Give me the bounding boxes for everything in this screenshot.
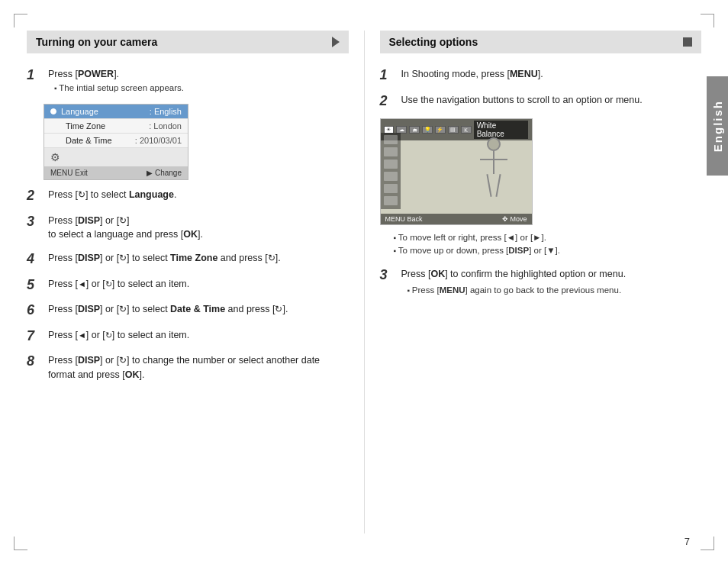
step-4-content: Press [DISP] or [↻] to select Time Zone …: [48, 251, 349, 266]
mode-sidebar: [381, 133, 401, 209]
right-step-2-num: 2: [380, 93, 397, 110]
step-4: 4 Press [DISP] or [↻] to select Time Zon…: [27, 251, 349, 268]
mode-icon-7: K: [461, 126, 472, 134]
right-step-3: 3 Press [OK] to confirm the highlighted …: [380, 267, 702, 298]
mode-sidebar-icon-1: [384, 135, 398, 144]
mode-sidebar-icon-3: [384, 160, 398, 169]
corner-mark-tl: [14, 14, 27, 27]
cam-footer-left: MENU Exit: [50, 169, 88, 177]
right-step-2: 2 Use the navigation buttons to scroll t…: [380, 93, 702, 110]
square-icon: [683, 37, 692, 47]
step-1-sub: The intial setup screen appears.: [54, 82, 349, 95]
right-step-1-num: 1: [380, 67, 397, 84]
right-step-3-content: Press [OK] to confirm the highlighted op…: [401, 267, 702, 298]
right-step-2-content: Use the navigation buttons to scroll to …: [401, 93, 702, 108]
step-3-num: 3: [27, 214, 43, 230]
cam-gear-row: ⚙: [44, 148, 188, 166]
step-2-bullets: To move left or right, press [◄] or [►].…: [388, 231, 702, 258]
cam-row-datetime: Date & Time : 2010/03/01: [44, 134, 188, 148]
right-section-header: Selecting options: [380, 31, 702, 53]
language-tab: English: [707, 76, 728, 176]
left-column: Turning on your camera 1 Press [POWER]. …: [27, 31, 365, 533]
cam-value-timezone: : London: [149, 121, 182, 131]
right-step-1: 1 In Shooting mode, press [MENU].: [380, 67, 702, 84]
step-2-num: 2: [27, 188, 43, 205]
step-2: 2 Press [↻] to select Language.: [27, 188, 349, 205]
mode-figure: [471, 134, 517, 209]
step-1-num: 1: [27, 67, 43, 84]
right-section-title: Selecting options: [389, 36, 478, 48]
left-section-title: Turning on your camera: [36, 36, 157, 48]
step-5-num: 5: [27, 277, 43, 294]
corner-mark-bl: [14, 537, 27, 550]
cam-label-language: Language: [61, 107, 150, 116]
camera-screenshot: Language : English Time Zone : London Da…: [43, 104, 188, 180]
mode-sidebar-icon-5: [384, 184, 398, 193]
cam-label-datetime: Date & Time: [66, 136, 135, 145]
step-6: 6 Press [DISP] or [↻] to select Date & T…: [27, 302, 349, 319]
cam-footer-right: ▶ Change: [147, 169, 182, 177]
mode-sidebar-icon-4: [384, 172, 398, 181]
page-number: 7: [685, 536, 690, 547]
language-tab-label: English: [711, 100, 724, 152]
step-2-content: Press [↻] to select Language.: [48, 188, 349, 202]
step-4-num: 4: [27, 251, 43, 268]
mode-bottom-bar: MENU Back ✥ Move: [381, 214, 532, 224]
right-column: Selecting options 1 In Shooting mode, pr…: [365, 31, 702, 533]
step-7-content: Press [◄] or [↻] to select an item.: [48, 328, 349, 343]
sf-leg-left: [486, 174, 491, 197]
cam-row-dot: [50, 108, 56, 114]
cam-row-language: Language : English: [44, 105, 188, 119]
cam-footer: MENU Exit ▶ Change: [44, 166, 188, 179]
step-5: 5 Press [◄] or [↻] to select an item.: [27, 277, 349, 294]
mode-icon-5: ⚡: [435, 126, 446, 134]
sf-leg-right: [495, 174, 501, 197]
mode-icon-4: 💡: [422, 126, 433, 134]
cam-row-timezone: Time Zone : London: [44, 119, 188, 134]
step-1: 1 Press [POWER]. The intial setup screen…: [27, 67, 349, 95]
mode-bottom-right: ✥ Move: [502, 215, 527, 223]
main-container: Turning on your camera 1 Press [POWER]. …: [27, 31, 701, 533]
step-2-bullet-1: To move left or right, press [◄] or [►].: [394, 231, 702, 244]
cam-gear-icon: ⚙: [50, 151, 60, 163]
cam-label-timezone: Time Zone: [66, 121, 149, 131]
cam-value-language: : English: [150, 107, 182, 116]
arrow-right-icon: [332, 37, 340, 47]
corner-mark-tr: [701, 14, 714, 27]
sf-body: [493, 151, 494, 174]
step-2-bullet-2: To move up or down, press [DISP] or [▼].: [394, 244, 702, 257]
left-section-header: Turning on your camera: [27, 31, 349, 53]
step-8-num: 8: [27, 353, 43, 370]
step-8-content: Press [DISP] or [↻] to change the number…: [48, 353, 349, 382]
mode-screenshot: ☀ ☁ 🌧 💡 ⚡ ▤ K White Balance: [380, 118, 533, 225]
step-1-content: Press [POWER]. The intial setup screen a…: [48, 67, 349, 95]
sf-head: [487, 137, 501, 151]
mode-sidebar-icon-6: [384, 196, 398, 205]
sf-arms: [480, 159, 507, 160]
step-3-content: Press [DISP] or [↻]to select a language …: [48, 214, 349, 243]
step-5-content: Press [◄] or [↻] to select an item.: [48, 277, 349, 292]
right-step-3-num: 3: [380, 267, 397, 284]
step-7-num: 7: [27, 328, 43, 345]
mode-bottom-left: MENU Back: [385, 215, 423, 223]
step-7: 7 Press [◄] or [↻] to select an item.: [27, 328, 349, 345]
cam-value-datetime: : 2010/03/01: [135, 136, 182, 145]
mode-icon-6: ▤: [448, 126, 459, 134]
step-3: 3 Press [DISP] or [↻]to select a languag…: [27, 214, 349, 243]
step-6-content: Press [DISP] or [↻] to select Date & Tim…: [48, 302, 349, 317]
mode-icon-3: 🌧: [409, 126, 420, 134]
right-step-1-content: In Shooting mode, press [MENU].: [401, 67, 702, 82]
corner-mark-br: [701, 537, 714, 550]
right-step-3-bullet: Press [MENU] again to go back to the pre…: [407, 284, 702, 297]
step-6-num: 6: [27, 302, 43, 319]
step-8: 8 Press [DISP] or [↻] to change the numb…: [27, 353, 349, 382]
stick-figure: [478, 137, 509, 206]
mode-sidebar-icon-2: [384, 147, 398, 156]
